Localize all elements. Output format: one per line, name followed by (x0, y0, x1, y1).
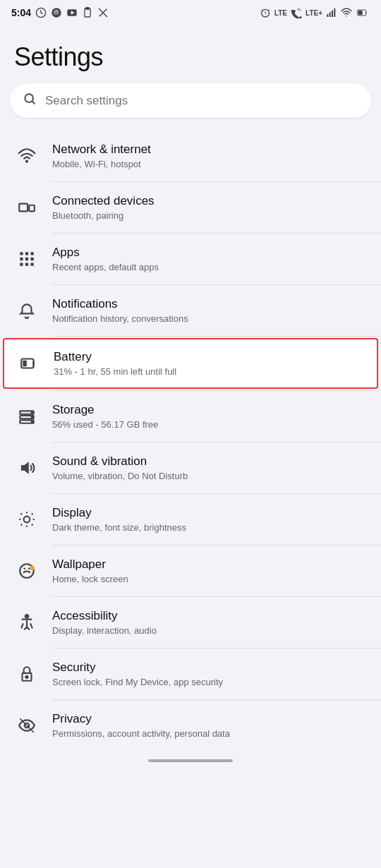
lte-icon: LTE (274, 9, 287, 17)
clipboard-icon (82, 7, 93, 18)
status-right: LTE LTE+ (260, 7, 370, 18)
network-title: Network & internet (52, 142, 367, 157)
svg-point-41 (25, 615, 28, 617)
svg-rect-9 (329, 12, 331, 17)
settings-item-privacy[interactable]: Privacy Permissions, account activity, p… (0, 700, 381, 751)
svg-rect-10 (332, 11, 333, 17)
svg-rect-28 (30, 263, 33, 265)
status-time: 5:04 (11, 7, 31, 18)
privacy-text: Privacy Permissions, account activity, p… (52, 711, 367, 740)
svg-rect-26 (20, 263, 23, 265)
network-subtitle: Mobile, Wi-Fi, hotspot (52, 159, 367, 171)
svg-rect-20 (20, 252, 23, 255)
apps-subtitle: Recent apps, default apps (52, 262, 367, 274)
privacy-title: Privacy (52, 711, 367, 727)
sound-icon (14, 455, 40, 481)
alarm-icon (260, 7, 271, 18)
accessibility-text: Accessibility Display, interaction, audi… (52, 608, 367, 637)
battery-status-icon (356, 7, 370, 18)
notifications-title: Notifications (52, 296, 367, 312)
settings-item-wallpaper[interactable]: Wallpaper Home, lock screen (0, 545, 381, 596)
security-title: Security (52, 660, 367, 675)
display-text: Display Dark theme, font size, brightnes… (52, 505, 367, 534)
svg-point-34 (32, 412, 33, 414)
network-text: Network & internet Mobile, Wi-Fi, hotspo… (52, 142, 367, 171)
connected-devices-text: Connected devices Bluetooth, pairing (52, 193, 367, 222)
svg-rect-17 (19, 204, 28, 212)
bell-icon (14, 298, 40, 323)
accessibility-icon (14, 610, 40, 635)
wifi-icon (341, 7, 352, 18)
sound-subtitle: Volume, vibration, Do Not Disturb (52, 471, 367, 483)
wifi-icon (14, 143, 40, 169)
no-signal-icon (97, 7, 109, 18)
settings-item-battery[interactable]: Battery 31% - 1 hr, 55 min left until fu… (3, 338, 378, 389)
security-subtitle: Screen lock, Find My Device, app securit… (52, 677, 367, 689)
wifi-call-icon (291, 7, 302, 18)
notifications-text: Notifications Notification history, conv… (52, 296, 367, 325)
settings-item-sound[interactable]: Sound & vibration Volume, vibration, Do … (0, 442, 381, 493)
battery-text: Battery 31% - 1 hr, 55 min left until fu… (54, 349, 365, 378)
youtube-icon (66, 7, 78, 18)
devices-icon (14, 195, 40, 220)
accessibility-subtitle: Display, interaction, audio (52, 625, 367, 637)
settings-item-accessibility[interactable]: Accessibility Display, interaction, audi… (0, 597, 381, 648)
connected-devices-subtitle: Bluetooth, pairing (52, 210, 367, 222)
svg-rect-23 (20, 258, 23, 260)
signal-bars-icon (326, 7, 337, 18)
wallpaper-title: Wallpaper (52, 557, 367, 572)
settings-item-notifications[interactable]: Notifications Notification history, conv… (0, 285, 381, 336)
status-left: 5:04 (11, 7, 109, 18)
storage-icon (14, 404, 40, 429)
battery-subtitle: 31% - 1 hr, 55 min left until full (54, 366, 365, 378)
svg-rect-24 (25, 258, 28, 260)
apps-title: Apps (52, 245, 367, 260)
search-icon (23, 92, 37, 109)
sound-text: Sound & vibration Volume, vibration, Do … (52, 454, 367, 483)
svg-rect-5 (86, 8, 89, 10)
svg-rect-25 (30, 258, 33, 260)
page-title: Settings (14, 42, 367, 72)
spotify-icon (51, 7, 62, 18)
search-input[interactable] (45, 94, 358, 108)
status-bar: 5:04 LTE LTE+ (0, 0, 381, 21)
svg-point-1 (52, 8, 61, 17)
svg-rect-21 (25, 252, 28, 255)
svg-point-36 (32, 421, 33, 423)
battery-title: Battery (54, 349, 365, 365)
lte-badge: LTE+ (306, 9, 322, 17)
search-container (0, 83, 381, 131)
connected-devices-title: Connected devices (52, 193, 367, 209)
settings-list: Network & internet Mobile, Wi-Fi, hotspo… (0, 131, 381, 751)
wallpaper-text: Wallpaper Home, lock screen (52, 557, 367, 586)
settings-item-network[interactable]: Network & internet Mobile, Wi-Fi, hotspo… (0, 131, 381, 181)
storage-subtitle: 56% used - 56.17 GB free (52, 419, 367, 431)
page-header: Settings (0, 21, 381, 83)
svg-marker-37 (21, 462, 28, 473)
svg-point-14 (25, 94, 33, 102)
clock-icon (35, 7, 47, 18)
bottom-nav (0, 751, 381, 771)
svg-rect-22 (30, 252, 33, 255)
svg-line-15 (32, 102, 35, 104)
wallpaper-subtitle: Home, lock screen (52, 574, 367, 586)
svg-rect-11 (334, 8, 335, 17)
divider (52, 336, 381, 337)
display-subtitle: Dark theme, font size, brightness (52, 522, 367, 534)
storage-text: Storage 56% used - 56.17 GB free (52, 402, 367, 431)
svg-rect-30 (23, 361, 26, 367)
settings-item-storage[interactable]: Storage 56% used - 56.17 GB free (0, 391, 381, 442)
battery-icon (16, 351, 41, 376)
svg-rect-8 (327, 14, 328, 17)
notifications-subtitle: Notification history, conversations (52, 313, 367, 325)
svg-rect-13 (358, 11, 363, 15)
settings-item-display[interactable]: Display Dark theme, font size, brightnes… (0, 494, 381, 545)
svg-point-38 (24, 517, 30, 523)
settings-item-security[interactable]: Security Screen lock, Find My Device, ap… (0, 649, 381, 699)
apps-icon (14, 246, 40, 272)
nav-indicator (148, 759, 233, 762)
privacy-icon (14, 713, 40, 738)
settings-item-connected-devices[interactable]: Connected devices Bluetooth, pairing (0, 182, 381, 233)
search-bar[interactable] (10, 83, 371, 118)
settings-item-apps[interactable]: Apps Recent apps, default apps (0, 234, 381, 284)
